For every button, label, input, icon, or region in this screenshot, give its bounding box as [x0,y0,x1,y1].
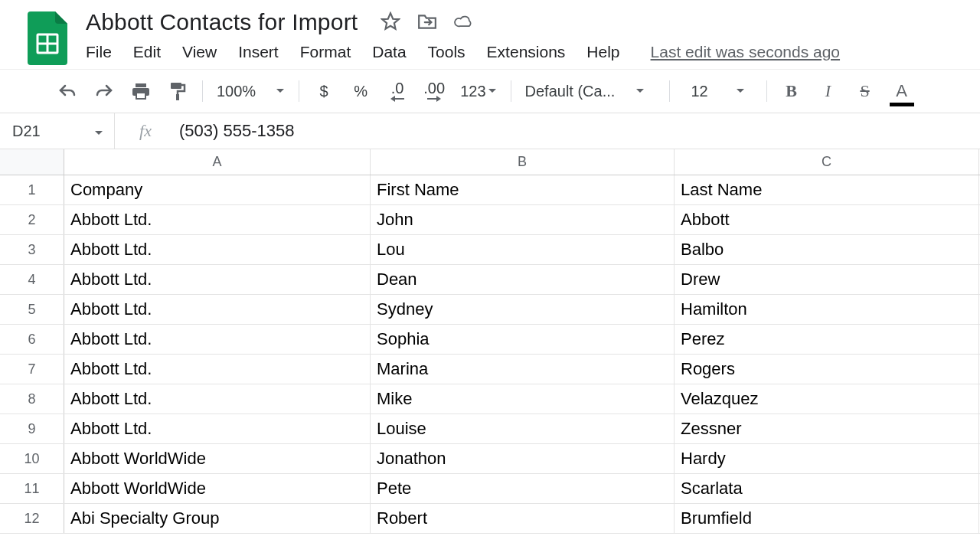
cell[interactable]: Abbott Ltd. [64,414,371,443]
cell[interactable]: Abbott WorldWide [64,474,371,503]
menu-extensions[interactable]: Extensions [487,43,566,61]
last-edit-link[interactable]: Last edit was seconds ago [651,43,841,61]
svg-rect-6 [136,93,145,99]
column-header-c[interactable]: C [675,149,979,175]
svg-marker-3 [383,13,400,29]
cell[interactable]: Zessner [675,414,979,443]
caret-down-icon [276,88,285,94]
font-size-value: 12 [691,83,707,100]
star-icon[interactable] [381,11,400,31]
row-header[interactable]: 1 [0,175,64,204]
cell[interactable]: Abbott Ltd. [64,205,371,234]
cell[interactable]: Abbott Ltd. [64,384,371,414]
sheets-logo-icon[interactable] [26,11,69,66]
row-header[interactable]: 7 [0,355,64,384]
row-header[interactable]: 12 [0,504,64,533]
font-family-value: Default (Ca... [525,83,625,100]
cell[interactable]: Abi Specialty Group [64,504,371,533]
app-header: Abbott Contacts for Import File Edit Vie… [0,0,980,69]
cell[interactable]: Sophia [371,325,675,354]
cell[interactable]: Abbott Ltd. [64,235,371,264]
cell[interactable]: Abbott Ltd. [64,265,371,294]
move-to-folder-icon[interactable] [417,11,437,31]
format-percent-button[interactable]: % [350,80,371,102]
document-title[interactable]: Abbott Contacts for Import [83,6,361,37]
cell[interactable]: Rogers [675,355,979,384]
cell[interactable]: Louise [371,414,675,443]
row-header[interactable]: 2 [0,205,64,234]
bold-button[interactable]: B [781,80,802,102]
cell[interactable]: Drew [675,265,979,294]
cell[interactable]: Robert [371,504,675,533]
cell[interactable]: Scarlata [675,474,979,503]
spreadsheet-grid: A B C 1CompanyFirst NameLast Name 2Abbot… [0,149,980,534]
cell[interactable]: Pete [371,474,675,503]
zoom-select[interactable]: 100% [203,83,299,100]
italic-button[interactable]: I [818,80,839,102]
strikethrough-button[interactable]: S [854,80,876,102]
more-formats-button[interactable]: 123 [460,80,496,102]
text-color-button[interactable]: A [891,80,913,102]
svg-rect-7 [171,83,181,89]
cell[interactable]: Abbott Ltd. [64,325,371,354]
cell[interactable]: Jonathon [371,444,675,473]
cell[interactable]: Last Name [675,175,979,204]
cell[interactable]: Abbott [675,205,979,234]
row-header[interactable]: 9 [0,414,64,443]
caret-down-icon [94,123,103,140]
text-color-label: A [896,81,907,101]
menu-insert[interactable]: Insert [238,43,279,61]
column-header-b[interactable]: B [371,149,675,175]
cell[interactable]: Abbott Ltd. [64,295,371,324]
cell[interactable]: Mike [371,384,675,414]
name-box[interactable]: D21 [0,113,115,149]
font-family-select[interactable]: Default (Ca... [525,83,655,100]
row-header[interactable]: 10 [0,444,64,473]
row-header[interactable]: 8 [0,384,64,414]
menu-tools[interactable]: Tools [428,43,466,61]
menu-data[interactable]: Data [372,43,406,61]
row-header[interactable]: 3 [0,235,64,264]
toolbar: 100% $ % .0 .00 123 Default (Ca... 12 [0,69,980,113]
row-header[interactable]: 11 [0,474,64,503]
cell[interactable]: Brumfield [675,504,979,533]
row-header[interactable]: 4 [0,265,64,294]
row-header[interactable]: 6 [0,325,64,354]
svg-rect-10 [427,98,437,100]
cell[interactable]: Perez [675,325,979,354]
menu-edit[interactable]: Edit [133,43,161,61]
undo-icon[interactable] [57,80,78,102]
cell[interactable]: Company [64,175,371,204]
cell[interactable]: Balbo [675,235,979,264]
redo-icon[interactable] [93,80,115,102]
print-icon[interactable] [130,80,152,102]
cloud-status-icon[interactable] [454,11,474,31]
cell[interactable]: Abbott Ltd. [64,355,371,384]
select-all-corner[interactable] [0,149,64,175]
cell[interactable]: First Name [371,175,675,204]
menu-format[interactable]: Format [300,43,351,61]
menu-file[interactable]: File [86,43,112,61]
svg-rect-8 [176,94,179,100]
cell[interactable]: Sydney [371,295,675,324]
cell[interactable]: John [371,205,675,234]
cell[interactable]: Marina [371,355,675,384]
increase-decimal-label: .00 [423,80,445,96]
menu-help[interactable]: Help [586,43,619,61]
zoom-value: 100% [217,83,256,100]
decrease-decimal-button[interactable]: .0 [387,80,408,102]
cell[interactable]: Dean [371,265,675,294]
cell[interactable]: Hardy [675,444,979,473]
increase-decimal-button[interactable]: .00 [423,80,445,102]
row-header[interactable]: 5 [0,295,64,324]
paint-format-icon[interactable] [167,80,188,102]
font-size-select[interactable]: 12 [684,83,753,100]
format-currency-button[interactable]: $ [313,80,335,102]
cell[interactable]: Velazquez [675,384,979,414]
cell[interactable]: Hamilton [675,295,979,324]
cell[interactable]: Lou [371,235,675,264]
cell[interactable]: Abbott WorldWide [64,444,371,473]
menu-view[interactable]: View [182,43,217,61]
column-header-a[interactable]: A [64,149,371,175]
formula-input[interactable] [176,113,980,149]
